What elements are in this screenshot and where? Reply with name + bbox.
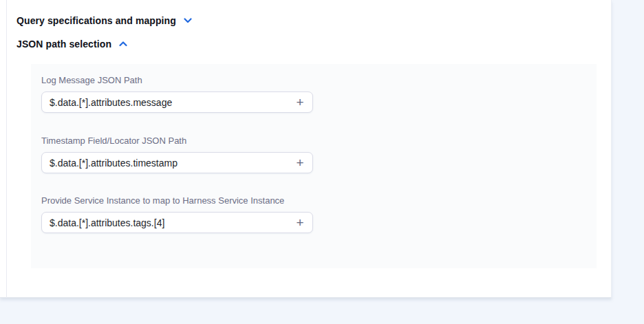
plus-icon[interactable]: +	[290, 152, 310, 173]
timestamp-json-path-label: Timestamp Field/Locator JSON Path	[41, 136, 313, 146]
field-service-instance: Provide Service Instance to map to Harne…	[41, 195, 313, 233]
timestamp-json-path-input[interactable]	[41, 152, 313, 173]
plus-icon[interactable]: +	[290, 91, 310, 113]
service-instance-json-path-label: Provide Service Instance to map to Harne…	[41, 195, 313, 206]
accordion-query-specifications[interactable]: Query specifications and mapping	[17, 15, 193, 26]
plus-icon[interactable]: +	[290, 212, 310, 233]
field-log-message: Log Message JSON Path +	[41, 75, 313, 113]
accordion-json-path-selection-label: JSON path selection	[17, 39, 111, 50]
left-divider	[6, 0, 7, 298]
chevron-up-icon	[118, 39, 128, 49]
chevron-down-icon	[183, 16, 193, 25]
accordion-json-path-selection[interactable]: JSON path selection	[17, 39, 128, 50]
log-message-json-path-label: Log Message JSON Path	[41, 75, 313, 85]
field-timestamp: Timestamp Field/Locator JSON Path +	[41, 136, 313, 173]
log-message-json-path-input[interactable]	[41, 91, 313, 113]
service-instance-json-path-input[interactable]	[41, 212, 313, 233]
json-path-panel: Log Message JSON Path + Timestamp Field/…	[31, 64, 597, 268]
accordion-query-specifications-label: Query specifications and mapping	[17, 15, 176, 26]
